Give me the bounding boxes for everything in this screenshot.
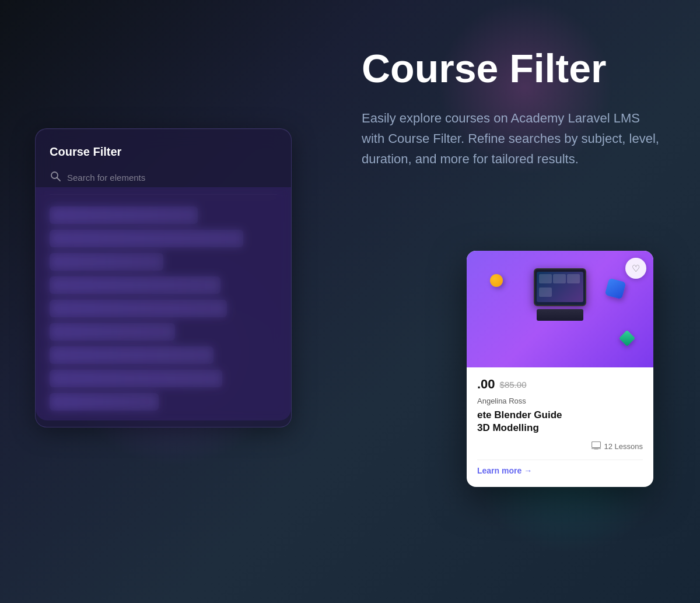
filter-items <box>50 206 277 411</box>
search-placeholder: Search for elements <box>67 173 145 183</box>
filter-card: Course Filter Search for elements <box>35 128 292 427</box>
main-container: Course Filter Search for elements <box>0 0 700 603</box>
screen-block <box>539 274 552 283</box>
screen-block <box>567 274 580 283</box>
course-card-body: .00 $85.00 Angelina Ross ete Blender Gui… <box>467 367 653 487</box>
filter-bar-1[interactable] <box>50 206 198 224</box>
filter-bar-3[interactable] <box>50 253 163 271</box>
lessons-count: 12 Lessons <box>604 442 643 451</box>
price-original: $85.00 <box>500 380 527 390</box>
instructor-name: Angelina Ross <box>477 397 643 405</box>
course-card-image: ♡ <box>467 251 653 367</box>
screen-block <box>539 288 552 297</box>
learn-more-link[interactable]: Learn more → <box>477 460 643 475</box>
lessons-row: 12 Lessons <box>477 441 643 451</box>
sphere-icon <box>490 274 503 287</box>
svg-line-1 <box>57 178 60 181</box>
price-row: .00 $85.00 <box>477 377 643 392</box>
monitor-icon <box>534 268 586 306</box>
filter-bar-6[interactable] <box>50 323 175 341</box>
svg-point-0 <box>51 172 58 178</box>
search-row[interactable]: Search for elements <box>50 170 277 195</box>
diamond-icon <box>619 330 635 346</box>
filter-bar-9[interactable] <box>50 393 159 411</box>
wishlist-button[interactable]: ♡ <box>625 258 646 279</box>
search-icon <box>50 170 61 185</box>
price-current: .00 <box>477 377 495 392</box>
heart-icon: ♡ <box>632 263 640 274</box>
filter-bar-5[interactable] <box>50 300 227 317</box>
keyboard-icon <box>537 309 583 321</box>
lessons-icon <box>592 441 601 451</box>
filter-bar-4[interactable] <box>50 276 220 294</box>
monitor-screen <box>537 272 583 302</box>
filter-bar-7[interactable] <box>50 346 214 364</box>
filter-bar-8[interactable] <box>50 370 222 387</box>
right-panel: Course Filter Easily explore courses on … <box>362 47 665 169</box>
left-panel: Course Filter Search for elements <box>35 128 292 427</box>
course-name: ete Blender Guide3D Modelling <box>477 409 643 434</box>
course-card: ♡ .00 $85.00 Angelina Ross ete Blender G… <box>467 251 653 487</box>
screen-block <box>553 274 566 283</box>
hero-description: Easily explore courses on Academy Larave… <box>362 108 665 170</box>
filter-bar-2[interactable] <box>50 230 243 247</box>
filter-card-title: Course Filter <box>50 145 277 159</box>
svg-rect-2 <box>592 442 600 448</box>
hero-title: Course Filter <box>362 47 665 90</box>
cube-icon <box>605 278 626 300</box>
